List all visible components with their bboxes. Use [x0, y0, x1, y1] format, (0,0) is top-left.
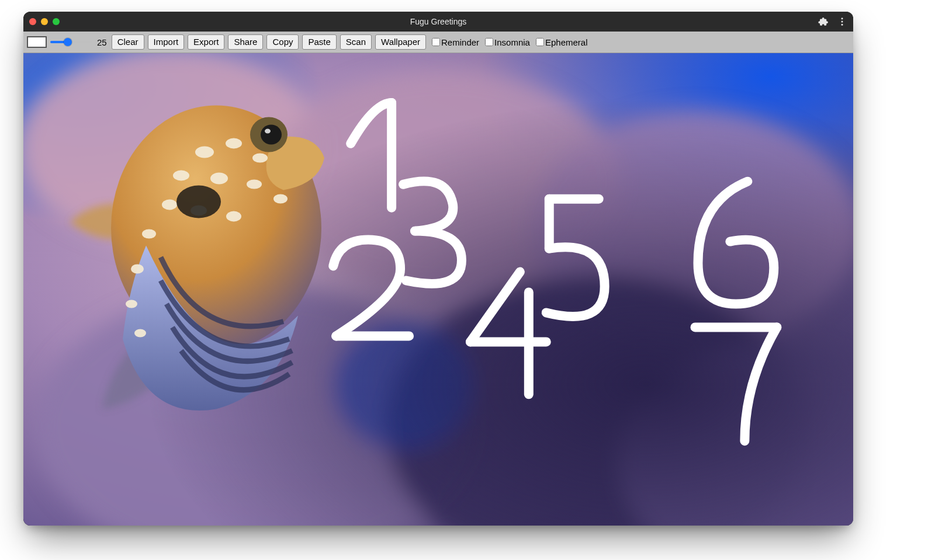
- export-button[interactable]: Export: [188, 34, 224, 50]
- share-button[interactable]: Share: [228, 34, 263, 50]
- window-controls: [29, 18, 60, 25]
- toolbar: 25 Clear Import Export Share Copy Paste …: [23, 32, 853, 53]
- window-title: Fugu Greetings: [23, 17, 853, 26]
- app-window: Fugu Greetings 25 Clear: [23, 12, 853, 526]
- insomnia-checkbox[interactable]: Insomnia: [485, 37, 530, 47]
- more-menu-icon[interactable]: [837, 16, 847, 27]
- minimize-window-button[interactable]: [41, 18, 48, 25]
- drawn-glyph-3: [403, 181, 462, 283]
- svg-point-2: [842, 24, 843, 26]
- insomnia-checkbox-label: Insomnia: [494, 37, 530, 47]
- canvas-strokes-layer: [23, 53, 853, 526]
- drawn-glyph-6: [698, 182, 774, 304]
- drawing-canvas[interactable]: [23, 53, 853, 526]
- brush-size-value: 25: [97, 37, 107, 47]
- ephemeral-checkbox-input[interactable]: [536, 38, 544, 46]
- reminder-checkbox[interactable]: Reminder: [432, 37, 479, 47]
- reminder-checkbox-input[interactable]: [432, 38, 440, 46]
- ephemeral-checkbox-label: Ephemeral: [545, 37, 588, 47]
- insomnia-checkbox-input[interactable]: [485, 38, 493, 46]
- extensions-icon[interactable]: [818, 16, 829, 27]
- drawn-glyph-2: [333, 240, 409, 336]
- maximize-window-button[interactable]: [53, 18, 60, 25]
- titlebar: Fugu Greetings: [23, 12, 853, 32]
- import-button[interactable]: Import: [148, 34, 185, 50]
- paste-button[interactable]: Paste: [302, 34, 336, 50]
- brush-size-slider[interactable]: [50, 37, 92, 47]
- svg-point-1: [842, 21, 843, 23]
- close-window-button[interactable]: [29, 18, 36, 25]
- drawn-glyph-4: [470, 272, 546, 395]
- drawn-glyph-7: [695, 327, 777, 441]
- drawn-glyph-1: [351, 103, 392, 208]
- wallpaper-button[interactable]: Wallpaper: [375, 34, 426, 50]
- clear-button[interactable]: Clear: [112, 34, 144, 50]
- svg-point-0: [842, 18, 843, 19]
- drawn-glyph-5: [546, 199, 605, 316]
- reminder-checkbox-label: Reminder: [441, 37, 479, 47]
- copy-button[interactable]: Copy: [266, 34, 299, 50]
- ephemeral-checkbox[interactable]: Ephemeral: [536, 37, 588, 47]
- scan-button[interactable]: Scan: [340, 34, 372, 50]
- color-picker[interactable]: [27, 36, 47, 48]
